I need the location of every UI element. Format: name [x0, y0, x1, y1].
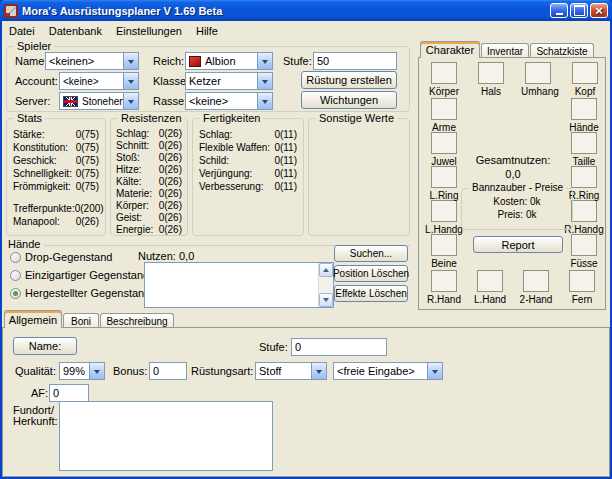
albion-realm-icon: [189, 56, 201, 67]
slot-l-handg[interactable]: [431, 200, 457, 222]
tab-allgemein[interactable]: Allgemein: [4, 310, 62, 328]
slot-2-hand[interactable]: [523, 270, 549, 292]
menu-datei[interactable]: Datei: [2, 23, 42, 39]
name-label: Name:: [15, 55, 47, 67]
maximize-button[interactable]: [570, 3, 588, 18]
chevron-down-icon[interactable]: [123, 53, 138, 69]
stufe-input[interactable]: [313, 52, 397, 70]
slot-r-ring[interactable]: [571, 166, 597, 188]
reich-combo[interactable]: Albion: [185, 52, 273, 70]
minimize-button[interactable]: [550, 3, 568, 18]
resist-label: Stoß:: [116, 152, 140, 164]
tab-boni[interactable]: Boni: [63, 313, 99, 328]
bonus-input[interactable]: [149, 362, 187, 380]
radio-einzigartiger-gegenstand[interactable]: Einzigartiger Gegenstand: [10, 269, 149, 281]
rasse-combo[interactable]: <keine>: [185, 92, 273, 110]
tab-charakter[interactable]: Charakter: [420, 41, 480, 58]
close-button[interactable]: [590, 3, 608, 18]
stat-value: 0(75): [76, 181, 99, 194]
name-combo[interactable]: <keinen>: [45, 52, 139, 70]
account-combo[interactable]: <keine>: [59, 72, 139, 90]
bannzauber-group: Bannzauber - Preise Kosten: 0k Preis: 0k: [461, 188, 573, 230]
resist-row: Hitze:0(26): [116, 164, 182, 176]
effects-listbox[interactable]: [144, 262, 334, 308]
skill-label: Verjüngung:: [199, 168, 252, 181]
slot-juwel[interactable]: [431, 132, 457, 154]
radio-hergestellter-gegenstand[interactable]: Hergestellter Gegenstand: [10, 287, 150, 299]
slot-r-handg[interactable]: [571, 200, 597, 222]
qualitaet-label: Qualität:: [15, 365, 56, 377]
af-label: AF:: [31, 387, 48, 399]
resist-row: Materie:0(26): [116, 188, 182, 200]
slot-fern[interactable]: [569, 270, 595, 292]
fundort-textarea[interactable]: [59, 401, 273, 471]
chevron-down-icon[interactable]: [257, 53, 272, 69]
scrollbar[interactable]: [318, 263, 333, 307]
tab-schatzkiste[interactable]: Schatzkiste: [530, 43, 594, 58]
chevron-down-icon[interactable]: [123, 73, 138, 89]
slot-haende[interactable]: [571, 98, 597, 120]
report-button[interactable]: Report: [473, 236, 563, 253]
radio-label: Drop-Gegenstand: [25, 251, 112, 263]
radio-icon[interactable]: [10, 270, 21, 281]
klasse-label: Klasse:: [153, 75, 189, 87]
chevron-down-icon[interactable]: [257, 93, 272, 109]
menu-bar: Datei Datenbank Einstellungen Hilfe: [2, 21, 610, 40]
slot-l-hand[interactable]: [477, 270, 503, 292]
scroll-up-icon[interactable]: [319, 263, 333, 277]
slot-r-hand[interactable]: [431, 270, 457, 292]
resistenzen-group-title: Resistenzen: [118, 112, 185, 124]
chevron-down-icon[interactable]: [427, 363, 442, 379]
bannzauber-preis: Preis: 0k: [466, 209, 568, 220]
tab-inventar[interactable]: Inventar: [481, 43, 529, 58]
chevron-down-icon[interactable]: [89, 363, 104, 379]
server-combo[interactable]: Stonehenge: [59, 92, 139, 110]
menu-hilfe[interactable]: Hilfe: [189, 23, 225, 39]
wichtungen-button[interactable]: Wichtungen: [301, 91, 397, 109]
radio-selected-icon[interactable]: [10, 288, 21, 299]
resist-value: 0(26): [159, 164, 182, 176]
listbox-body[interactable]: [145, 263, 318, 307]
bonus-label: Bonus:: [113, 365, 147, 377]
slot-hals[interactable]: [478, 62, 504, 84]
freie-eingabe-combo-value: <freie Eingabe>: [337, 365, 427, 377]
menu-einstellungen[interactable]: Einstellungen: [109, 23, 189, 39]
slot-kopf[interactable]: [572, 62, 598, 84]
position-loeschen-button[interactable]: Position Löschen: [334, 265, 408, 282]
slot-fuesse[interactable]: [571, 234, 597, 256]
freie-eingabe-combo[interactable]: <freie Eingabe>: [333, 362, 443, 380]
qualitaet-combo[interactable]: 99%: [59, 362, 105, 380]
item-stufe-input[interactable]: [291, 338, 387, 356]
klasse-combo[interactable]: Ketzer: [185, 72, 273, 90]
af-input[interactable]: [49, 384, 89, 402]
slot-label-l-handg: L.Handg: [422, 224, 466, 235]
slot-umhang[interactable]: [525, 62, 551, 84]
rasse-label: Rasse:: [153, 95, 187, 107]
gesamtnutzen-label: Gesamtnutzen:: [463, 154, 563, 166]
slot-taille[interactable]: [571, 132, 597, 154]
ruestungsart-combo[interactable]: Stoff: [255, 362, 327, 380]
radio-drop-gegenstand[interactable]: Drop-Gegenstand: [10, 251, 112, 263]
chevron-down-icon[interactable]: [257, 73, 272, 89]
ruestung-erstellen-button[interactable]: Rüstung erstellen: [301, 71, 397, 89]
stat-label: Frömmigkeit:: [13, 181, 71, 194]
chevron-down-icon[interactable]: [311, 363, 326, 379]
slot-arme[interactable]: [431, 98, 457, 120]
suchen-button[interactable]: Suchen...: [334, 245, 408, 262]
slot-beine[interactable]: [431, 234, 457, 256]
skill-row: Schild:0(11): [199, 155, 297, 168]
bannzauber-kosten: Kosten: 0k: [466, 196, 568, 207]
slot-label-koerper: Körper: [427, 86, 461, 97]
chevron-down-icon[interactable]: [123, 93, 138, 109]
scroll-down-icon[interactable]: [319, 293, 333, 307]
bannzauber-group-title: Bannzauber - Preise: [469, 182, 566, 193]
resist-row: Schnitt:0(26): [116, 140, 182, 152]
effekte-loeschen-button[interactable]: Effekte Löschen: [334, 285, 408, 302]
tab-beschreibung[interactable]: Beschreibung: [100, 313, 174, 328]
slot-label-2-hand: 2-Hand: [516, 294, 556, 305]
radio-icon[interactable]: [10, 252, 21, 263]
menu-datenbank[interactable]: Datenbank: [42, 23, 109, 39]
slot-l-ring[interactable]: [431, 166, 457, 188]
item-name-button[interactable]: Name:: [13, 337, 77, 355]
slot-koerper[interactable]: [431, 62, 457, 84]
